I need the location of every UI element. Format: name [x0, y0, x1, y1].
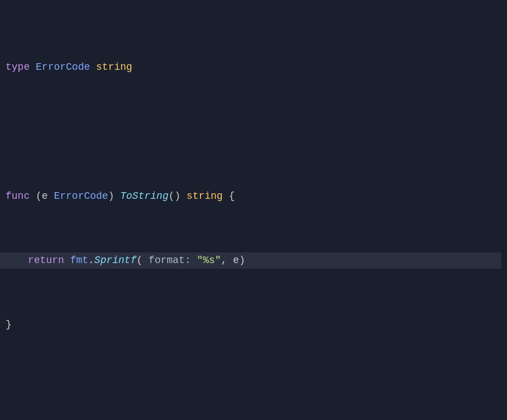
method-name: ToString — [120, 190, 168, 202]
return-keyword: return — [28, 255, 64, 266]
return-type: string — [186, 190, 223, 202]
type-keyword: type — [6, 61, 30, 73]
blank-line-2 — [6, 381, 501, 397]
type-name: ErrorCode — [36, 61, 90, 73]
format-param-label: format: — [149, 255, 191, 266]
base-type: string — [96, 61, 132, 73]
type-declaration-line: type ErrorCode string — [6, 59, 501, 75]
func-signature-line: func (e ErrorCode) ToString() string { — [6, 188, 501, 204]
func-close-line: } — [6, 317, 501, 333]
receiver-type: ErrorCode — [54, 190, 108, 202]
func-keyword: func — [6, 190, 30, 202]
sprintf-method: Sprintf — [94, 255, 137, 266]
format-string: "%s" — [197, 255, 221, 266]
blank-line-1 — [6, 124, 501, 140]
fmt-package: fmt — [70, 255, 88, 266]
code-editor: type ErrorCode string func (e ErrorCode)… — [6, 11, 501, 420]
return-line: return fmt.Sprintf( format: "%s", e) — [0, 252, 501, 269]
